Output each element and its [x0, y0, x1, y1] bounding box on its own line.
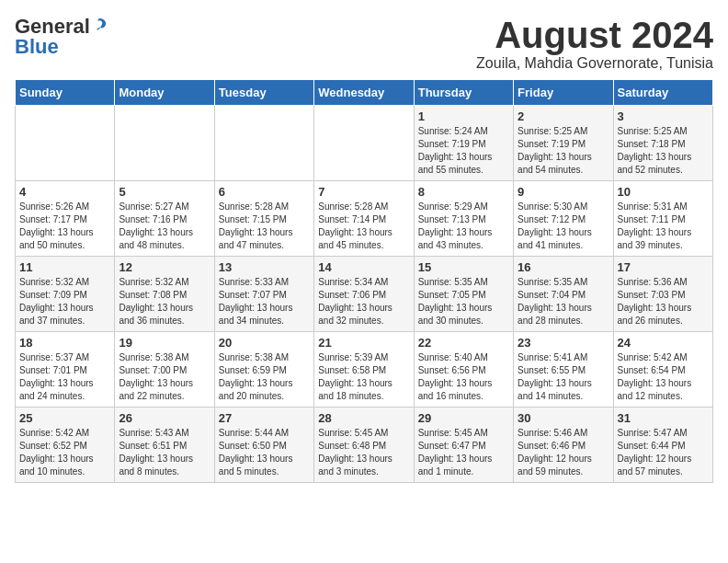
calendar-cell: 4Sunrise: 5:26 AM Sunset: 7:17 PM Daylig…	[16, 181, 115, 257]
calendar-cell: 3Sunrise: 5:25 AM Sunset: 7:18 PM Daylig…	[613, 106, 712, 181]
day-number: 27	[219, 411, 310, 425]
calendar-cell: 19Sunrise: 5:38 AM Sunset: 7:00 PM Dayli…	[115, 332, 214, 408]
calendar-cell: 30Sunrise: 5:46 AM Sunset: 6:46 PM Dayli…	[514, 408, 613, 483]
calendar-cell: 7Sunrise: 5:28 AM Sunset: 7:14 PM Daylig…	[314, 181, 414, 257]
day-number: 24	[618, 336, 709, 350]
day-info: Sunrise: 5:32 AM Sunset: 7:08 PM Dayligh…	[119, 276, 210, 327]
day-number: 3	[618, 109, 709, 123]
day-number: 13	[219, 260, 310, 274]
calendar-cell	[214, 106, 313, 181]
calendar-cell: 1Sunrise: 5:24 AM Sunset: 7:19 PM Daylig…	[414, 106, 513, 181]
calendar-cell: 21Sunrise: 5:39 AM Sunset: 6:58 PM Dayli…	[314, 332, 414, 408]
calendar-cell: 22Sunrise: 5:40 AM Sunset: 6:56 PM Dayli…	[414, 332, 513, 408]
day-number: 10	[618, 185, 709, 199]
calendar-cell: 31Sunrise: 5:47 AM Sunset: 6:44 PM Dayli…	[613, 408, 712, 483]
day-info: Sunrise: 5:30 AM Sunset: 7:12 PM Dayligh…	[518, 201, 609, 252]
day-number: 6	[219, 185, 310, 199]
calendar-week-row: 25Sunrise: 5:42 AM Sunset: 6:52 PM Dayli…	[16, 408, 713, 483]
day-info: Sunrise: 5:28 AM Sunset: 7:14 PM Dayligh…	[318, 201, 409, 252]
day-number: 14	[318, 260, 409, 274]
calendar-cell: 28Sunrise: 5:45 AM Sunset: 6:48 PM Dayli…	[314, 408, 414, 483]
calendar-cell: 24Sunrise: 5:42 AM Sunset: 6:54 PM Dayli…	[613, 332, 712, 408]
day-number: 1	[418, 109, 509, 123]
calendar-cell: 23Sunrise: 5:41 AM Sunset: 6:55 PM Dayli…	[514, 332, 613, 408]
calendar-cell: 16Sunrise: 5:35 AM Sunset: 7:04 PM Dayli…	[514, 257, 613, 332]
day-number: 30	[518, 411, 609, 425]
col-header-monday: Monday	[115, 80, 214, 106]
calendar-cell: 20Sunrise: 5:38 AM Sunset: 6:59 PM Dayli…	[214, 332, 313, 408]
day-info: Sunrise: 5:32 AM Sunset: 7:09 PM Dayligh…	[19, 276, 110, 327]
location-title: Zouila, Mahdia Governorate, Tunisia	[476, 55, 713, 72]
day-number: 2	[518, 109, 609, 123]
col-header-tuesday: Tuesday	[214, 80, 313, 106]
day-number: 20	[219, 336, 310, 350]
day-number: 15	[418, 260, 509, 274]
day-number: 31	[618, 411, 709, 425]
calendar-cell: 14Sunrise: 5:34 AM Sunset: 7:06 PM Dayli…	[314, 257, 414, 332]
day-number: 29	[418, 411, 509, 425]
logo-bird-icon	[92, 17, 108, 33]
day-info: Sunrise: 5:39 AM Sunset: 6:58 PM Dayligh…	[318, 351, 409, 403]
calendar-cell: 25Sunrise: 5:42 AM Sunset: 6:52 PM Dayli…	[16, 408, 115, 483]
day-info: Sunrise: 5:26 AM Sunset: 7:17 PM Dayligh…	[19, 201, 110, 252]
day-number: 9	[518, 185, 609, 199]
day-number: 28	[318, 411, 409, 425]
col-header-thursday: Thursday	[414, 80, 513, 106]
col-header-sunday: Sunday	[16, 80, 115, 106]
day-info: Sunrise: 5:42 AM Sunset: 6:52 PM Dayligh…	[19, 427, 110, 478]
month-title: August 2024	[476, 15, 713, 55]
day-info: Sunrise: 5:45 AM Sunset: 6:48 PM Dayligh…	[318, 427, 409, 478]
day-number: 11	[19, 260, 110, 274]
day-number: 25	[19, 411, 110, 425]
day-number: 26	[119, 411, 210, 425]
day-info: Sunrise: 5:37 AM Sunset: 7:01 PM Dayligh…	[19, 351, 110, 403]
calendar-week-row: 1Sunrise: 5:24 AM Sunset: 7:19 PM Daylig…	[16, 106, 713, 181]
calendar-table: SundayMondayTuesdayWednesdayThursdayFrid…	[15, 79, 713, 483]
day-info: Sunrise: 5:35 AM Sunset: 7:04 PM Dayligh…	[518, 276, 609, 327]
day-number: 16	[518, 260, 609, 274]
day-info: Sunrise: 5:31 AM Sunset: 7:11 PM Dayligh…	[618, 201, 709, 252]
day-info: Sunrise: 5:38 AM Sunset: 6:59 PM Dayligh…	[219, 351, 310, 403]
day-info: Sunrise: 5:46 AM Sunset: 6:46 PM Dayligh…	[518, 427, 609, 478]
col-header-wednesday: Wednesday	[314, 80, 414, 106]
calendar-cell: 26Sunrise: 5:43 AM Sunset: 6:51 PM Dayli…	[115, 408, 214, 483]
logo: General Blue	[15, 15, 108, 59]
day-number: 12	[119, 260, 210, 274]
day-info: Sunrise: 5:44 AM Sunset: 6:50 PM Dayligh…	[219, 427, 310, 478]
day-number: 7	[318, 185, 409, 199]
calendar-week-row: 18Sunrise: 5:37 AM Sunset: 7:01 PM Dayli…	[16, 332, 713, 408]
calendar-cell: 2Sunrise: 5:25 AM Sunset: 7:19 PM Daylig…	[514, 106, 613, 181]
day-number: 4	[19, 185, 110, 199]
day-info: Sunrise: 5:24 AM Sunset: 7:19 PM Dayligh…	[418, 125, 509, 177]
day-info: Sunrise: 5:36 AM Sunset: 7:03 PM Dayligh…	[618, 276, 709, 327]
day-info: Sunrise: 5:35 AM Sunset: 7:05 PM Dayligh…	[418, 276, 509, 327]
calendar-cell: 5Sunrise: 5:27 AM Sunset: 7:16 PM Daylig…	[115, 181, 214, 257]
page-header: General Blue August 2024 Zouila, Mahdia …	[15, 15, 713, 72]
calendar-cell: 9Sunrise: 5:30 AM Sunset: 7:12 PM Daylig…	[514, 181, 613, 257]
day-info: Sunrise: 5:45 AM Sunset: 6:47 PM Dayligh…	[418, 427, 509, 478]
calendar-cell: 17Sunrise: 5:36 AM Sunset: 7:03 PM Dayli…	[613, 257, 712, 332]
calendar-cell: 27Sunrise: 5:44 AM Sunset: 6:50 PM Dayli…	[214, 408, 313, 483]
calendar-cell: 11Sunrise: 5:32 AM Sunset: 7:09 PM Dayli…	[16, 257, 115, 332]
calendar-cell: 12Sunrise: 5:32 AM Sunset: 7:08 PM Dayli…	[115, 257, 214, 332]
calendar-header-row: SundayMondayTuesdayWednesdayThursdayFrid…	[16, 80, 713, 106]
day-info: Sunrise: 5:29 AM Sunset: 7:13 PM Dayligh…	[418, 201, 509, 252]
calendar-cell: 8Sunrise: 5:29 AM Sunset: 7:13 PM Daylig…	[414, 181, 513, 257]
day-number: 8	[418, 185, 509, 199]
calendar-cell: 10Sunrise: 5:31 AM Sunset: 7:11 PM Dayli…	[613, 181, 712, 257]
day-number: 5	[119, 185, 210, 199]
calendar-cell: 13Sunrise: 5:33 AM Sunset: 7:07 PM Dayli…	[214, 257, 313, 332]
day-number: 23	[518, 336, 609, 350]
col-header-saturday: Saturday	[613, 80, 712, 106]
calendar-cell	[115, 106, 214, 181]
day-info: Sunrise: 5:25 AM Sunset: 7:19 PM Dayligh…	[518, 125, 609, 177]
day-info: Sunrise: 5:34 AM Sunset: 7:06 PM Dayligh…	[318, 276, 409, 327]
day-number: 19	[119, 336, 210, 350]
day-info: Sunrise: 5:43 AM Sunset: 6:51 PM Dayligh…	[119, 427, 210, 478]
calendar-cell: 15Sunrise: 5:35 AM Sunset: 7:05 PM Dayli…	[414, 257, 513, 332]
logo-blue: Blue	[15, 35, 59, 59]
day-number: 22	[418, 336, 509, 350]
day-info: Sunrise: 5:47 AM Sunset: 6:44 PM Dayligh…	[618, 427, 709, 478]
day-info: Sunrise: 5:33 AM Sunset: 7:07 PM Dayligh…	[219, 276, 310, 327]
calendar-cell: 6Sunrise: 5:28 AM Sunset: 7:15 PM Daylig…	[214, 181, 313, 257]
